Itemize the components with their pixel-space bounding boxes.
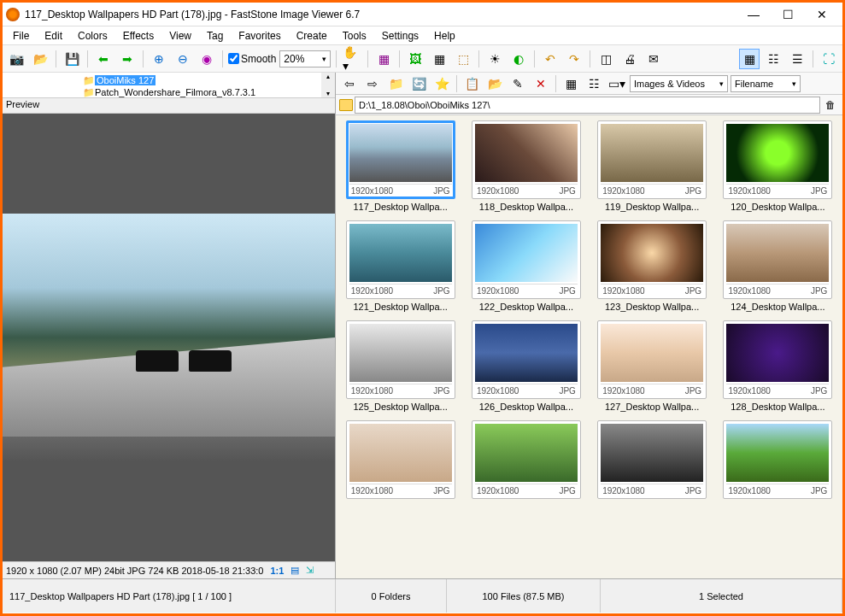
slideshow-icon[interactable]: ▦ [373, 49, 394, 69]
close-button[interactable]: ✕ [805, 4, 839, 25]
thumbnail-item[interactable]: 1920x1080JPG [467, 420, 585, 502]
thumbnail-item[interactable]: 1920x1080JPG121_Desktop Wallpa... [341, 220, 460, 312]
menu-tools[interactable]: Tools [336, 28, 373, 44]
move-to-icon[interactable]: 📂 [484, 73, 505, 94]
rotate-left-icon[interactable]: ↶ [540, 49, 560, 69]
zoom-combo[interactable]: 20% [279, 50, 331, 67]
menu-favorites[interactable]: Favorites [232, 28, 287, 44]
view-details-icon[interactable]: ☷ [763, 49, 783, 69]
thumbnail-label: 126_Desktop Wallpa... [472, 402, 581, 412]
one-to-one-icon[interactable]: 1:1 [270, 566, 284, 576]
forward-icon[interactable]: ➡ [117, 49, 138, 69]
thumbnail-grid[interactable]: 1920x1080JPG117_Desktop Wallpa...1920x10… [336, 115, 842, 578]
thumb-size-icon[interactable]: ▭▾ [607, 73, 627, 94]
trash-icon[interactable]: 🗑 [822, 97, 839, 114]
menu-effects[interactable]: Effects [116, 28, 161, 44]
main-toolbar: 📷 📂 💾 ⬅ ➡ ⊕ ⊖ ◉ Smooth 20% ✋▾ ▦ 🖼 ▦ ⬚ ☀ … [3, 45, 842, 73]
nav-up-icon[interactable]: 📁 [385, 73, 406, 94]
preview-pane[interactable] [3, 114, 335, 561]
folder-tree[interactable]: 📁 OboiMiks 127 📁 Patch_Wondershare_Filmo… [3, 73, 335, 98]
thumbnail-image [601, 224, 703, 282]
rename-icon[interactable]: ✎ [508, 73, 528, 94]
thumbnail-item[interactable]: 1920x1080JPG [719, 420, 837, 502]
thumbnail-label: 128_Desktop Wallpa... [723, 402, 832, 412]
menu-view[interactable]: View [162, 28, 198, 44]
thumbnail-item[interactable]: 1920x1080JPG [593, 420, 712, 502]
rotate-right-icon[interactable]: ↷ [564, 49, 584, 69]
menu-create[interactable]: Create [290, 28, 334, 44]
preview-label: Preview [3, 98, 335, 114]
thumbnail-label: 121_Desktop Wallpa... [346, 302, 455, 312]
actual-size-icon[interactable]: ◉ [197, 49, 217, 69]
navigator-icon[interactable]: ▤ [290, 565, 299, 576]
view-thumbnails-icon[interactable]: ▦ [739, 49, 760, 69]
hand-icon[interactable]: ✋▾ [342, 49, 362, 69]
thumbnail-item[interactable]: 1920x1080JPG122_Desktop Wallpa... [467, 220, 585, 312]
open-icon[interactable]: 📂 [30, 49, 50, 69]
fullscreen-icon[interactable]: ⛶ [819, 49, 839, 69]
smooth-checkbox[interactable]: Smooth [228, 53, 276, 65]
wallpaper-icon[interactable]: 🖼 [405, 49, 425, 69]
path-input[interactable] [355, 97, 820, 114]
thumbnail-label: 119_Desktop Wallpa... [597, 202, 707, 212]
adjust-color-icon[interactable]: ◐ [508, 49, 529, 69]
menu-bar: FileEditColorsEffectsViewTagFavoritesCre… [3, 26, 842, 45]
compare-icon[interactable]: ▦ [429, 49, 449, 69]
thumbnail-item[interactable]: 1920x1080JPG127_Desktop Wallpa... [593, 320, 712, 412]
acquire-icon[interactable]: 📷 [6, 49, 26, 69]
menu-edit[interactable]: Edit [38, 28, 69, 44]
zoom-in-icon[interactable]: ⊕ [149, 49, 169, 69]
nav-forward-icon[interactable]: ⇨ [362, 73, 383, 94]
thumbnail-label: 124_Desktop Wallpa... [723, 302, 832, 312]
refresh-icon[interactable]: 🔄 [408, 73, 429, 94]
thumbnail-item[interactable]: 1920x1080JPG123_Desktop Wallpa... [593, 220, 712, 312]
expand-icon[interactable]: ⇲ [306, 565, 314, 576]
minimize-button[interactable]: — [736, 4, 771, 25]
view-list-icon[interactable]: ☰ [787, 49, 807, 69]
nav-back-icon[interactable]: ⇦ [339, 73, 360, 94]
maximize-button[interactable]: ☐ [771, 4, 805, 25]
copy-to-icon[interactable]: 📋 [461, 73, 482, 94]
menu-tag[interactable]: Tag [200, 28, 230, 44]
select-all-icon[interactable]: ▦ [560, 73, 581, 94]
delete-icon[interactable]: ✕ [531, 73, 551, 94]
thumbnail-image [601, 124, 703, 182]
resize-icon[interactable]: ◫ [596, 49, 616, 69]
sort-icon[interactable]: ☷ [584, 73, 604, 94]
thumbnail-item[interactable]: 1920x1080JPG124_Desktop Wallpa... [719, 220, 837, 312]
menu-colors[interactable]: Colors [71, 28, 114, 44]
thumbnail-item[interactable]: 1920x1080JPG119_Desktop Wallpa... [593, 120, 712, 212]
adjust-light-icon[interactable]: ☀ [484, 49, 505, 69]
thumbnail-image [475, 324, 578, 382]
thumbnail-image [475, 124, 578, 182]
thumbnail-image [475, 224, 578, 282]
thumbnail-item[interactable]: 1920x1080JPG125_Desktop Wallpa... [341, 320, 460, 412]
preview-info-bar: 1920 x 1080 (2.07 MP) 24bit JPG 724 KB 2… [3, 561, 335, 578]
zoom-out-icon[interactable]: ⊖ [173, 49, 193, 69]
contact-sheet-icon[interactable]: ⬚ [453, 49, 473, 69]
thumbnail-image [726, 324, 829, 382]
thumbnail-item[interactable]: 1920x1080JPG117_Desktop Wallpa... [341, 120, 460, 212]
menu-settings[interactable]: Settings [375, 28, 425, 44]
back-icon[interactable]: ⬅ [93, 49, 114, 69]
menu-file[interactable]: File [6, 28, 36, 44]
thumbnail-item[interactable]: 1920x1080JPG118_Desktop Wallpa... [467, 120, 585, 212]
favorites-icon[interactable]: ⭐ [431, 73, 452, 94]
email-icon[interactable]: ✉ [643, 49, 664, 69]
thumbnail-label: 127_Desktop Wallpa... [597, 402, 707, 412]
thumbnail-image [726, 224, 829, 282]
thumbnail-item[interactable]: 1920x1080JPG [341, 420, 460, 502]
sort-combo[interactable]: Filename [731, 75, 801, 92]
path-bar: 🗑 [336, 95, 842, 115]
filter-combo[interactable]: Images & Videos [630, 75, 728, 92]
thumbnail-item[interactable]: 1920x1080JPG120_Desktop Wallpa... [719, 120, 837, 212]
thumbnail-image [601, 424, 703, 482]
thumbnail-label: 125_Desktop Wallpa... [346, 402, 455, 412]
print-icon[interactable]: 🖨 [619, 49, 640, 69]
thumbnail-image [601, 324, 703, 382]
thumbnail-item[interactable]: 1920x1080JPG128_Desktop Wallpa... [719, 320, 837, 412]
thumbnail-item[interactable]: 1920x1080JPG126_Desktop Wallpa... [467, 320, 585, 412]
menu-help[interactable]: Help [427, 28, 462, 44]
save-icon[interactable]: 💾 [62, 49, 82, 69]
preview-image [3, 214, 335, 461]
